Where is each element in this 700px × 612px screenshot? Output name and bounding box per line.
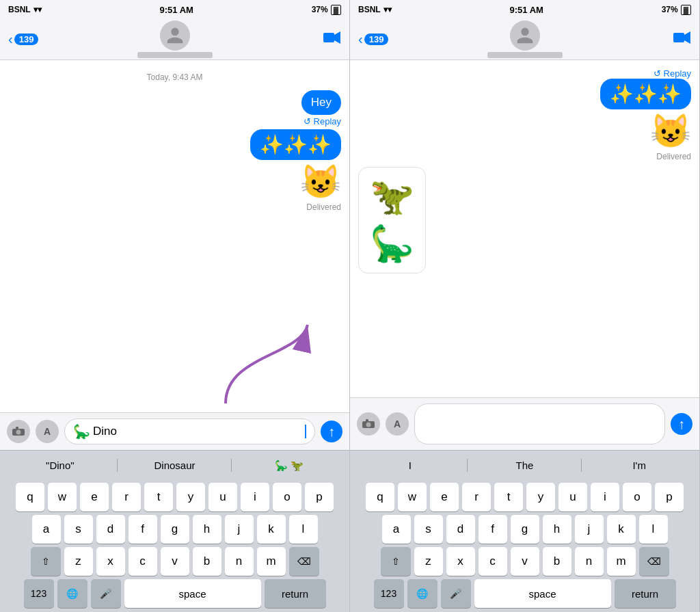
- key-u-right[interactable]: u: [558, 483, 587, 511]
- key-v-right[interactable]: v: [511, 547, 539, 576]
- key-l-right[interactable]: l: [639, 515, 668, 544]
- camera-button-left[interactable]: [7, 420, 30, 443]
- back-badge-right[interactable]: 139: [364, 34, 389, 45]
- key-row-bottom-right: 123 🌐 🎤 space return: [352, 579, 697, 608]
- key-c-left[interactable]: c: [129, 547, 157, 576]
- key-z-left[interactable]: z: [64, 547, 93, 576]
- send-button-left[interactable]: ↑: [321, 421, 342, 442]
- key-i-right[interactable]: i: [591, 483, 619, 511]
- messages-area-right: ↺ Replay ✨✨✨ 😺 Delivered 🦖 🦕: [350, 60, 699, 397]
- key-e-left[interactable]: e: [80, 483, 109, 511]
- key-delete-right[interactable]: ⌫: [639, 547, 669, 576]
- app-button-right[interactable]: A: [386, 412, 409, 436]
- key-l-left[interactable]: l: [289, 515, 318, 544]
- key-n-right[interactable]: n: [575, 547, 604, 576]
- key-r-left[interactable]: r: [112, 483, 141, 511]
- key-k-right[interactable]: k: [607, 515, 636, 544]
- key-a-right[interactable]: a: [382, 515, 411, 544]
- autocomplete-item-r3[interactable]: I'm: [582, 454, 697, 477]
- app-button-left[interactable]: A: [36, 420, 59, 443]
- key-j-left[interactable]: j: [225, 515, 254, 544]
- back-badge-left[interactable]: 139: [14, 34, 39, 45]
- key-globe-right[interactable]: 🌐: [407, 579, 438, 608]
- key-num-left[interactable]: 123: [24, 579, 54, 608]
- key-k-left[interactable]: k: [257, 515, 286, 544]
- autocomplete-item-r1[interactable]: I: [353, 454, 468, 477]
- left-phone-panel: BSNL ▾▾ 9:51 AM 37% ▓ ‹ 139 Today, 9:43 …: [0, 0, 350, 612]
- key-j-right[interactable]: j: [575, 515, 604, 544]
- key-m-left[interactable]: m: [257, 547, 286, 576]
- key-g-right[interactable]: g: [511, 515, 539, 544]
- replay-link-left[interactable]: ↺ Replay: [304, 116, 341, 127]
- key-d-left[interactable]: d: [96, 515, 125, 544]
- sparkle-bubble: ✨✨✨: [250, 129, 341, 160]
- contact-name-blur-left: [137, 52, 213, 58]
- key-b-right[interactable]: b: [543, 547, 571, 576]
- key-space-left[interactable]: space: [124, 579, 261, 608]
- input-field-wrap-left[interactable]: 🦕 Dino: [64, 418, 315, 444]
- key-d-right[interactable]: d: [446, 515, 475, 544]
- autocomplete-item-3[interactable]: 🦕 🦖: [232, 454, 347, 477]
- key-y-right[interactable]: y: [526, 483, 555, 511]
- key-shift-left[interactable]: ⇧: [31, 547, 61, 576]
- input-field-wrap-right[interactable]: [414, 403, 665, 444]
- key-h-left[interactable]: h: [193, 515, 221, 544]
- key-u-left[interactable]: u: [208, 483, 237, 511]
- key-w-right[interactable]: w: [398, 483, 427, 511]
- key-v-left[interactable]: v: [161, 547, 189, 576]
- key-y-left[interactable]: y: [176, 483, 205, 511]
- key-delete-left[interactable]: ⌫: [289, 547, 319, 576]
- key-mic-right[interactable]: 🎤: [441, 579, 471, 608]
- avatar-left[interactable]: [160, 21, 190, 51]
- avatar-right[interactable]: [510, 21, 540, 51]
- key-z-right[interactable]: z: [414, 547, 443, 576]
- key-o-right[interactable]: o: [623, 483, 651, 511]
- replay-link-right[interactable]: ↺ Replay: [654, 68, 691, 79]
- key-o-left[interactable]: o: [273, 483, 301, 511]
- input-text-left[interactable]: Dino: [93, 425, 302, 438]
- autocomplete-item-2[interactable]: Dinosaur: [118, 454, 232, 477]
- key-f-right[interactable]: f: [479, 515, 507, 544]
- key-q-right[interactable]: q: [366, 483, 394, 511]
- video-button-right[interactable]: [673, 31, 691, 49]
- key-x-left[interactable]: x: [96, 547, 125, 576]
- key-h-right[interactable]: h: [543, 515, 571, 544]
- key-n-left[interactable]: n: [225, 547, 254, 576]
- key-r-right[interactable]: r: [462, 483, 491, 511]
- key-return-left[interactable]: return: [265, 579, 326, 608]
- key-s-right[interactable]: s: [414, 515, 443, 544]
- autocomplete-item-1[interactable]: "Dino": [3, 454, 118, 477]
- key-p-left[interactable]: p: [305, 483, 334, 511]
- key-t-left[interactable]: t: [144, 483, 173, 511]
- key-a-left[interactable]: a: [32, 515, 61, 544]
- key-e-right[interactable]: e: [430, 483, 459, 511]
- send-icon-left: ↑: [328, 424, 335, 440]
- battery-right: 37%: [662, 5, 678, 14]
- key-row-1-left: q w e r t y u i o p: [2, 483, 347, 511]
- key-f-left[interactable]: f: [129, 515, 157, 544]
- key-x-right[interactable]: x: [446, 547, 475, 576]
- key-m-right[interactable]: m: [607, 547, 636, 576]
- key-b-left[interactable]: b: [193, 547, 221, 576]
- key-s-left[interactable]: s: [64, 515, 93, 544]
- key-p-right[interactable]: p: [655, 483, 684, 511]
- carrier-right: BSNL: [358, 5, 381, 14]
- key-shift-right[interactable]: ⇧: [381, 547, 411, 576]
- key-globe-left[interactable]: 🌐: [57, 579, 88, 608]
- video-button-left[interactable]: [323, 31, 341, 49]
- key-t-right[interactable]: t: [494, 483, 523, 511]
- camera-button-right[interactable]: [357, 412, 380, 436]
- autocomplete-item-r2[interactable]: The: [468, 454, 582, 477]
- key-q-left[interactable]: q: [16, 483, 44, 511]
- key-mic-left[interactable]: 🎤: [91, 579, 121, 608]
- send-button-right[interactable]: ↑: [671, 413, 692, 435]
- back-button-right[interactable]: ‹ 139: [358, 31, 388, 47]
- key-return-right[interactable]: return: [615, 579, 676, 608]
- key-c-right[interactable]: c: [479, 547, 507, 576]
- key-g-left[interactable]: g: [161, 515, 189, 544]
- key-num-right[interactable]: 123: [374, 579, 404, 608]
- key-w-left[interactable]: w: [48, 483, 77, 511]
- back-button-left[interactable]: ‹ 139: [8, 31, 38, 47]
- key-i-left[interactable]: i: [241, 483, 269, 511]
- key-space-right[interactable]: space: [474, 579, 611, 608]
